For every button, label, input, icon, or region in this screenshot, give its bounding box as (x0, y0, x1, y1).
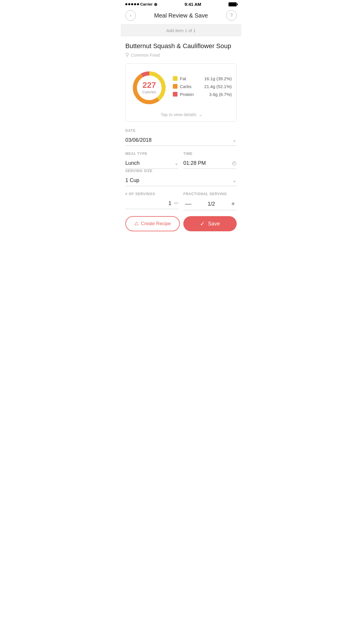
utensils-icon: ♺ (134, 221, 138, 227)
carbs-color-swatch (173, 84, 178, 89)
fractional-field-group: FRACTIONAL SERVING — 1/2 + (183, 192, 237, 210)
calories-value: 227 (142, 81, 156, 89)
meal-type-selector[interactable]: Lunch ⌄ (125, 158, 179, 169)
servings-label: # OF SERVINGS (125, 192, 179, 196)
date-value: 03/06/2018 (125, 137, 152, 143)
serving-size-field-group: SERVING SIZE 1 Cup ⌄ (125, 169, 237, 186)
fractional-value: 1/2 (208, 201, 215, 207)
meal-type-label: MEAL TYPE (125, 152, 179, 156)
fractional-label: FRACTIONAL SERVING (183, 192, 237, 196)
battery-icon (229, 2, 237, 6)
servings-fractional-row: # OF SERVINGS 1 ✏ FRACTIONAL SERVING — 1… (125, 192, 237, 210)
time-value: 01:28 PM (183, 160, 206, 166)
fat-value: 16.1g (39.2%) (204, 76, 232, 81)
fat-label: Fat (180, 76, 202, 81)
edit-icon: ✏ (174, 200, 179, 206)
protein-label: Protein (180, 92, 207, 97)
save-button[interactable]: ✓ Save (183, 216, 237, 231)
fractional-control: — 1/2 + (183, 198, 237, 210)
save-label: Save (208, 221, 220, 227)
serving-size-label: SERVING SIZE (125, 169, 237, 173)
food-name: Butternut Squash & Cauliflower Soup (125, 42, 237, 50)
servings-field-group: # OF SERVINGS 1 ✏ (125, 192, 179, 210)
status-left: Carrier ⊛ (125, 2, 157, 7)
meal-type-field-group: MEAL TYPE Lunch ⌄ (125, 152, 179, 169)
back-icon: ‹ (130, 13, 131, 18)
content-area: Butternut Squash & Cauliflower Soup ⚲ Co… (121, 36, 241, 210)
food-category-row: ⚲ Common Food (125, 52, 237, 58)
meal-type-chevron-icon: ⌄ (174, 160, 179, 166)
date-field-group: DATE 03/06/2018 ⌄ (125, 129, 237, 146)
food-category-label: Common Food (131, 52, 160, 57)
time-label: TIME (183, 152, 237, 156)
status-bar: Carrier ⊛ 9:41 AM (121, 0, 241, 8)
macro-list: Fat 16.1g (39.2%) Carbs 21.4g (52.1%) Pr… (173, 76, 232, 100)
calories-label: Calories (142, 90, 156, 94)
carbs-value: 21.4g (52.1%) (204, 84, 232, 89)
serving-size-value: 1 Cup (125, 177, 139, 183)
date-chevron-icon: ⌄ (232, 137, 237, 143)
bottom-buttons: ♺ Create Recipe ✓ Save (121, 210, 241, 238)
subtitle-bar: Add item 1 of 1 (121, 24, 241, 36)
help-icon: ? (230, 13, 233, 18)
back-button[interactable]: ‹ (125, 10, 136, 21)
tag-icon: ⚲ (125, 52, 129, 58)
fractional-minus-button[interactable]: — (183, 200, 193, 208)
servings-input[interactable]: 1 ✏ (125, 198, 179, 209)
time-selector[interactable]: 01:28 PM ◴ (183, 158, 237, 169)
protein-value: 3.6g (8.7%) (209, 92, 232, 97)
checkmark-icon: ✓ (200, 220, 205, 227)
serving-size-chevron-icon: ⌄ (232, 177, 237, 183)
protein-color-swatch (173, 92, 178, 97)
help-button[interactable]: ? (226, 10, 237, 21)
nutrition-card[interactable]: 227 Calories Fat 16.1g (39.2%) Carbs 21.… (125, 63, 237, 122)
tap-details-text: Tap to view details (161, 112, 196, 117)
serving-size-selector[interactable]: 1 Cup ⌄ (125, 175, 237, 186)
date-label: DATE (125, 129, 237, 133)
time-clock-icon: ◴ (232, 160, 237, 166)
time-field-group: TIME 01:28 PM ◴ (183, 152, 237, 169)
date-selector[interactable]: 03/06/2018 ⌄ (125, 134, 237, 146)
fractional-plus-button[interactable]: + (229, 200, 237, 208)
page-title: Meal Review & Save (154, 12, 208, 19)
carbs-label: Carbs (180, 84, 202, 89)
meal-time-row: MEAL TYPE Lunch ⌄ TIME 01:28 PM ◴ (125, 152, 237, 169)
subtitle-text: Add item 1 of 1 (166, 28, 196, 33)
wifi-icon: ⊛ (154, 2, 157, 7)
meal-type-value: Lunch (125, 160, 140, 166)
donut-center: 227 Calories (142, 81, 156, 94)
tap-details-button[interactable]: Tap to view details ⌄ (130, 112, 232, 117)
battery-indicator (229, 2, 237, 6)
create-recipe-button[interactable]: ♺ Create Recipe (125, 216, 180, 231)
macro-fat: Fat 16.1g (39.2%) (173, 76, 232, 81)
fat-color-swatch (173, 76, 178, 81)
signal-dots (125, 3, 139, 5)
status-time: 9:41 AM (184, 2, 201, 7)
create-recipe-label: Create Recipe (141, 221, 171, 226)
macro-protein: Protein 3.6g (8.7%) (173, 92, 232, 97)
servings-value: 1 (168, 200, 171, 206)
macro-carbs: Carbs 21.4g (52.1%) (173, 84, 232, 89)
nav-bar: ‹ Meal Review & Save ? (121, 8, 241, 24)
carrier-label: Carrier (140, 2, 153, 6)
chevron-down-icon: ⌄ (199, 112, 203, 117)
donut-chart: 227 Calories (130, 69, 168, 107)
nutrition-main: 227 Calories Fat 16.1g (39.2%) Carbs 21.… (130, 69, 232, 107)
